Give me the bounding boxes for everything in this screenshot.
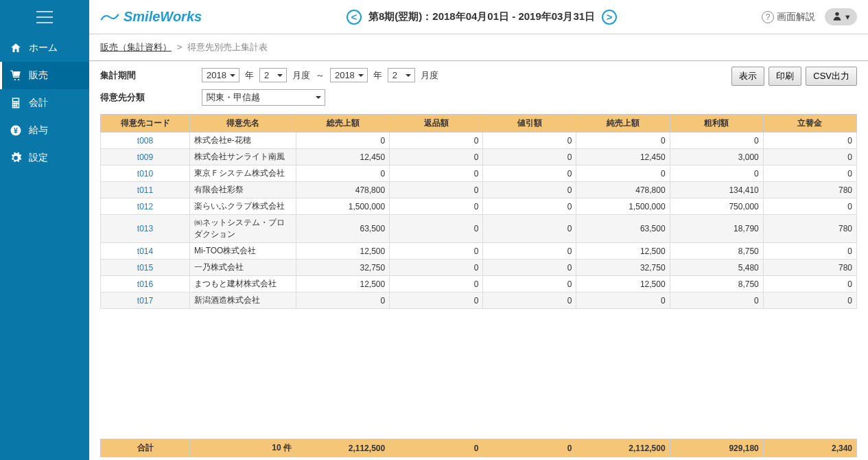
year-from-select[interactable]: 2018 xyxy=(202,68,239,82)
cell-name: 一乃株式会社 xyxy=(190,260,296,276)
table-row[interactable]: t016まつもと建材株式会社12,5000012,5008,7500 xyxy=(101,276,857,292)
sidebar-item-label: 会計 xyxy=(29,97,48,109)
table-header-row: 得意先コード 得意先名 総売上額 返品額 値引額 純売上額 粗利額 立替金 xyxy=(101,115,857,133)
cell-gross: 1,500,000 xyxy=(296,198,390,215)
cell-code[interactable]: t017 xyxy=(101,292,190,309)
table-row[interactable]: t011有限会社彩祭478,80000478,800134,410780 xyxy=(101,182,857,198)
cell-gross: 12,500 xyxy=(296,276,390,292)
cell-discount: 0 xyxy=(483,165,576,182)
csv-export-button[interactable]: CSV出力 xyxy=(806,67,857,86)
th-discount: 値引額 xyxy=(483,115,576,133)
cell-name: まつもと建材株式会社 xyxy=(190,276,296,292)
cell-net: 12,450 xyxy=(576,149,670,165)
cell-code[interactable]: t015 xyxy=(101,260,190,276)
period-selector: < 第8期(翌期)：2018年04月01日 - 2019年03月31日 > xyxy=(210,10,753,25)
table-row[interactable]: t010東京Ｆシステム株式会社000000 xyxy=(101,165,857,182)
table-row[interactable]: t013㈱ネットシステム・プロダクション63,5000063,50018,790… xyxy=(101,215,857,243)
sidebar-item-label: ホーム xyxy=(29,42,58,54)
breadcrumb: 販売（集計資料） > 得意先別売上集計表 xyxy=(89,34,868,61)
cell-returns: 0 xyxy=(390,260,483,276)
table-row[interactable]: t009株式会社サンライト南風12,4500012,4503,0000 xyxy=(101,149,857,165)
cell-name: Mi-TOO株式会社 xyxy=(190,243,296,260)
th-returns: 返品額 xyxy=(390,115,483,133)
month-from-select[interactable]: 2 xyxy=(259,68,287,82)
cell-profit: 18,790 xyxy=(670,215,763,243)
logo[interactable]: SmileWorks xyxy=(100,9,202,25)
cell-advance: 0 xyxy=(763,276,856,292)
print-button[interactable]: 印刷 xyxy=(769,67,801,86)
cell-advance: 0 xyxy=(763,198,856,215)
logo-text: SmileWorks xyxy=(124,9,202,25)
help-button[interactable]: ? 画面解説 xyxy=(762,11,815,23)
th-name: 得意先名 xyxy=(190,115,296,133)
cell-discount: 0 xyxy=(483,133,576,149)
cell-profit: 0 xyxy=(670,292,763,309)
table-row[interactable]: t012楽らいふクラブ株式会社1,500,000001,500,000750,0… xyxy=(101,198,857,215)
cell-gross: 63,500 xyxy=(296,215,390,243)
table-row[interactable]: t017新潟酒造株式会社000000 xyxy=(101,292,857,309)
cell-discount: 0 xyxy=(483,292,576,309)
cell-returns: 0 xyxy=(390,215,483,243)
cell-code[interactable]: t009 xyxy=(101,149,190,165)
month-to-select[interactable]: 2 xyxy=(388,68,415,82)
hamburger-menu[interactable] xyxy=(0,0,89,34)
cell-gross: 0 xyxy=(296,133,390,149)
cell-net: 63,500 xyxy=(576,215,670,243)
user-menu-button[interactable]: ▾ xyxy=(825,8,857,25)
period-prev-button[interactable]: < xyxy=(347,10,362,25)
cell-advance: 780 xyxy=(763,182,856,198)
sidebar-item-home[interactable]: ホーム xyxy=(0,34,89,62)
cell-name: 有限会社彩祭 xyxy=(190,182,296,198)
cell-net: 0 xyxy=(576,292,670,309)
cell-discount: 0 xyxy=(483,149,576,165)
help-label: 画面解説 xyxy=(777,11,815,23)
cell-advance: 0 xyxy=(763,165,856,182)
cell-discount: 0 xyxy=(483,182,576,198)
breadcrumb-link[interactable]: 販売（集計資料） xyxy=(100,42,172,52)
cell-discount: 0 xyxy=(483,260,576,276)
cell-gross: 478,800 xyxy=(296,182,390,198)
sidebar-item-settings[interactable]: 設定 xyxy=(0,144,89,172)
cell-gross: 0 xyxy=(296,165,390,182)
totals-row: 合計 10 件 2,112,500 0 0 2,112,500 929,180 … xyxy=(89,439,868,460)
year-to-select[interactable]: 2018 xyxy=(330,68,368,82)
totals-label: 合計 xyxy=(101,439,190,457)
period-next-button[interactable]: > xyxy=(602,10,617,25)
cell-code[interactable]: t013 xyxy=(101,215,190,243)
sidebar-item-sales[interactable]: 販売 xyxy=(0,62,89,89)
cell-net: 12,500 xyxy=(576,243,670,260)
cell-net: 0 xyxy=(576,133,670,149)
sidebar-item-label: 販売 xyxy=(29,69,48,82)
totals-count: 10 件 xyxy=(190,439,296,457)
cell-name: 新潟酒造株式会社 xyxy=(190,292,296,309)
cell-code[interactable]: t012 xyxy=(101,198,190,215)
chevron-down-icon: ▾ xyxy=(845,12,850,22)
cell-gross: 0 xyxy=(296,292,390,309)
cell-gross: 12,500 xyxy=(296,243,390,260)
category-select[interactable]: 関東・甲信越 xyxy=(202,89,325,106)
sidebar-item-accounting[interactable]: 会計 xyxy=(0,89,89,117)
cell-net: 32,750 xyxy=(576,260,670,276)
table-row[interactable]: t015一乃株式会社32,7500032,7505,480780 xyxy=(101,260,857,276)
table-row[interactable]: t008株式会社e-花穂000000 xyxy=(101,133,857,149)
yen-icon: ¥ xyxy=(10,124,22,137)
cell-code[interactable]: t008 xyxy=(101,133,190,149)
show-button[interactable]: 表示 xyxy=(731,67,764,86)
cell-net: 1,500,000 xyxy=(576,198,670,215)
th-net: 純売上額 xyxy=(576,115,670,133)
cell-returns: 0 xyxy=(390,292,483,309)
cell-returns: 0 xyxy=(390,133,483,149)
data-table: 得意先コード 得意先名 総売上額 返品額 値引額 純売上額 粗利額 立替金 t0… xyxy=(100,114,857,309)
cell-profit: 0 xyxy=(670,133,763,149)
sidebar-item-payroll[interactable]: ¥ 給与 xyxy=(0,117,89,144)
table-row[interactable]: t014Mi-TOO株式会社12,5000012,5008,7500 xyxy=(101,243,857,260)
cell-code[interactable]: t011 xyxy=(101,182,190,198)
cell-code[interactable]: t016 xyxy=(101,276,190,292)
th-gross: 総売上額 xyxy=(296,115,390,133)
cell-gross: 12,450 xyxy=(296,149,390,165)
th-code: 得意先コード xyxy=(101,115,190,133)
cell-advance: 0 xyxy=(763,292,856,309)
totals-profit: 929,180 xyxy=(670,439,763,457)
cell-code[interactable]: t010 xyxy=(101,165,190,182)
cell-code[interactable]: t014 xyxy=(101,243,190,260)
